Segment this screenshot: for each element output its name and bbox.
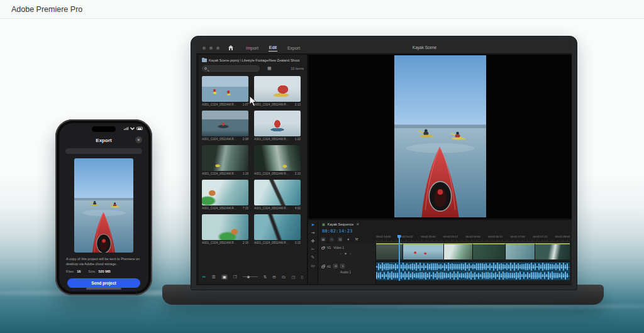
search-input[interactable] (202, 65, 260, 72)
clip-thumbnail[interactable] (254, 180, 301, 205)
automate-icon[interactable]: ⊟ (272, 275, 275, 280)
audio-waveform (376, 271, 570, 280)
send-project-button[interactable]: Send project (67, 278, 140, 288)
playhead[interactable] (399, 235, 400, 281)
thumbnail-view-icon[interactable]: ▣ (221, 275, 228, 280)
wifi-icon (130, 127, 135, 130)
search-icon (204, 67, 207, 70)
selection-tool-icon[interactable]: ➤ (311, 222, 315, 227)
clip-thumbnail[interactable] (254, 214, 301, 240)
audio-track-header[interactable]: A1 M S (321, 264, 345, 268)
ripple-edit-tool-icon[interactable]: ✥ (311, 239, 315, 244)
mute-button[interactable]: M (333, 264, 338, 268)
track-nav-arrows[interactable]: ‹ ◆ › (340, 252, 352, 255)
video-track-clips[interactable] (376, 243, 570, 259)
export-meta: Files: 16 Size: 520 MB (66, 270, 111, 273)
marker-icon[interactable]: ▾ (347, 237, 350, 242)
timeline-tools-row: ⊞ ∩ ⧉ ▾ ⚒ (321, 237, 359, 242)
delete-icon[interactable]: ▯ (301, 275, 303, 280)
clip-thumbnail[interactable] (254, 145, 301, 171)
audio-track-name: Audio 1 (340, 270, 351, 274)
video-clip[interactable] (506, 243, 535, 259)
ruler-tick-label: 00:02:15:00 (421, 235, 435, 241)
grid-view-icon[interactable]: ▦ (267, 66, 272, 71)
video-clip[interactable] (403, 243, 444, 259)
clip-thumbnail[interactable] (202, 214, 248, 240)
clip-duration: 7:15 (243, 207, 248, 210)
phone-status-icons (124, 127, 143, 130)
lock-icon[interactable] (321, 266, 325, 268)
clip-duration: 1:22 (295, 138, 301, 141)
close-icon[interactable]: ✕ (356, 222, 359, 226)
sequence-tab[interactable]: ▦ Kayak Sequence ✕ (322, 222, 359, 226)
clip-thumbnail[interactable] (202, 145, 248, 171)
tab-export[interactable]: Export (287, 45, 301, 52)
clip-label: A001_C024_0502AM.RDC...7:15 (202, 207, 248, 210)
linked-selection-icon[interactable]: ⧉ (338, 237, 342, 242)
clip-thumbnail[interactable] (202, 111, 248, 136)
premiere-window: Import Edit Export Kayak Scene Kayak Sce… (196, 41, 572, 285)
video-clip[interactable] (444, 243, 473, 259)
pen-tool-icon[interactable]: ✎ (201, 274, 208, 280)
audio-track-clip[interactable] (376, 261, 570, 280)
window-controls[interactable] (203, 46, 219, 50)
video-clip[interactable] (535, 243, 570, 259)
video-clip[interactable] (473, 243, 506, 259)
close-icon[interactable]: ✕ (135, 136, 142, 143)
nest-icon[interactable]: ⊞ (321, 237, 326, 242)
new-bin-icon[interactable]: 🗀 (282, 275, 286, 279)
clip-item: A001_C024_0502AM.RDC...2:16 (202, 214, 252, 244)
ruler-tick-label: 00:02:14:00 (376, 235, 391, 241)
clip-thumbnail[interactable] (202, 76, 248, 102)
phone-device: Export ✕ A copy of this project will be … (55, 119, 152, 295)
pen-tool-icon[interactable]: ✎ (311, 255, 315, 260)
freeform-view-icon[interactable]: ❐ (233, 275, 237, 280)
clip-label: A001_C024_0502AM.RDC...4:02 (254, 207, 301, 210)
clip-name: A001_C024_0502AM.RDC... (202, 138, 237, 141)
lock-icon[interactable] (321, 247, 325, 249)
items-count: 10 items (291, 67, 304, 70)
audio-track-id: A1 (327, 265, 331, 268)
sort-icon[interactable]: ⇅ (264, 275, 267, 280)
clip-name: A001_C024_0502AM.RDC... (254, 172, 289, 175)
clip-name: A001_C024_0502AM.RDC... (202, 172, 237, 175)
tab-edit[interactable]: Edit (269, 44, 277, 52)
size-value: 520 MB (99, 270, 111, 273)
clip-thumbnail[interactable] (202, 180, 248, 205)
timeline-toolstrip: ➤ ⇥ ✥ ✁ ✎ ▭ (308, 220, 318, 284)
settings-wrench-icon[interactable]: ⚒ (354, 237, 359, 242)
track-select-tool-icon[interactable]: ⇥ (311, 231, 315, 236)
timecode-display[interactable]: 00:02:14:23 (322, 229, 353, 234)
hand-tool-icon[interactable]: ▭ (311, 263, 315, 268)
clip-item: A001_C024_0502AM.RDC...4:02 (254, 180, 304, 210)
razor-tool-icon[interactable]: ✁ (311, 247, 315, 252)
clip-label: A001_C024_0502AM.RDC...1:07 (202, 103, 248, 106)
files-value: 16 (77, 270, 80, 273)
clip-item: A001_C024_0502AM.RDC...2:08 (202, 111, 252, 141)
list-view-icon[interactable]: ☰ (212, 275, 216, 280)
folder-icon (202, 58, 207, 62)
ruler-tick-label: 00:02:16:00 (465, 235, 480, 241)
home-indicator (86, 288, 121, 290)
snap-icon[interactable]: ∩ (330, 237, 334, 242)
program-monitor (308, 55, 572, 219)
clip-label: A001_C024_0502AM.RDC...2:13 (254, 103, 301, 106)
clip-item: A001_C024_0502AM.RDC...1:19 (202, 145, 252, 175)
clip-duration: 2:08 (243, 138, 248, 141)
clip-thumbnail[interactable] (254, 76, 301, 102)
clip-thumbnail[interactable] (254, 111, 301, 136)
files-label: Files: (66, 270, 74, 273)
breadcrumb[interactable]: Kayak Scene.prproj \ Lifestyle Footage/N… (202, 57, 304, 63)
solo-button[interactable]: S (340, 264, 345, 268)
timeline-panel: ➤ ⇥ ✥ ✁ ✎ ▭ ▦ Kayak Sequence ✕ 00:02:14:… (308, 219, 572, 284)
timeline-ruler[interactable]: 00:02:14:0000:02:14:1200:02:15:0000:02:1… (376, 235, 570, 242)
new-item-icon[interactable]: ◳ (291, 275, 295, 280)
clip-label: A001_C024_0502AM.RDC...1:22 (254, 138, 301, 141)
zoom-slider[interactable] (243, 276, 258, 277)
tab-import[interactable]: Import (245, 45, 259, 52)
clip-name: A001_C024_0502AM.RDC... (202, 241, 237, 244)
video-track-header[interactable]: V1 Video 1 (321, 246, 344, 249)
home-icon[interactable] (228, 45, 234, 51)
export-options-bar[interactable] (65, 148, 142, 154)
export-description: A copy of this project will be sent to P… (66, 256, 143, 267)
